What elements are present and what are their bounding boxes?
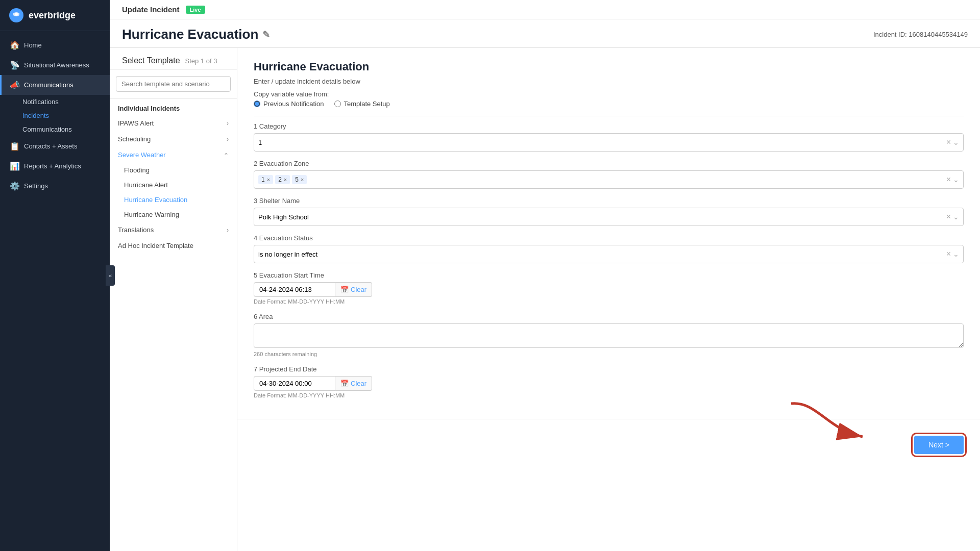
flooding-label: Flooding	[124, 166, 150, 174]
edit-title-icon[interactable]: ✎	[262, 29, 270, 40]
tree-sub-flooding[interactable]: Flooding	[110, 163, 237, 178]
search-input[interactable]	[116, 76, 231, 92]
evacuation-zone-label: 2 Evacuation Zone	[254, 160, 964, 167]
sidebar-item-situational-awareness[interactable]: 📡 Situational Awareness	[0, 55, 110, 75]
tree-item-ad-hoc[interactable]: Ad Hoc Incident Template	[110, 238, 237, 254]
sidebar-sub-incidents[interactable]: Incidents	[0, 109, 110, 122]
main-content: Update Incident Live Hurricane Evacuatio…	[110, 0, 980, 551]
area-label: 6 Area	[254, 313, 964, 320]
svg-point-1	[15, 13, 18, 16]
live-badge: Live	[186, 6, 205, 14]
evacuation-start-time-input[interactable]	[254, 282, 335, 297]
tree-sub-hurricane-warning[interactable]: Hurricane Warning	[110, 207, 237, 222]
evacuation-start-time-format: Date Format: MM-DD-YYYY HH:MM	[254, 298, 964, 305]
sidebar-item-communications[interactable]: 📣 Communications	[0, 75, 110, 95]
projected-end-date-input[interactable]	[254, 376, 335, 391]
evacuation-status-input[interactable]	[258, 248, 944, 260]
copy-var-row: Copy variable value from:	[254, 90, 964, 98]
sidebar-item-contacts-assets[interactable]: 📋 Contacts + Assets	[0, 136, 110, 156]
tree-sub-hurricane-alert[interactable]: Hurricane Alert	[110, 178, 237, 192]
evacuation-start-time-clear[interactable]: 📅 Clear	[335, 282, 372, 297]
shelter-name-control[interactable]: × ⌄	[254, 208, 964, 226]
tree-item-translations[interactable]: Translations ›	[110, 222, 237, 238]
sidebar-collapse-button[interactable]: «	[106, 265, 115, 286]
sidebar-sub-notifications[interactable]: Notifications	[0, 95, 110, 109]
tree-sub-hurricane-evacuation[interactable]: Hurricane Evacuation	[110, 192, 237, 207]
tag-1-remove[interactable]: ×	[267, 177, 270, 183]
sidebar-sub-communications[interactable]: Communications	[0, 122, 110, 136]
chevron-right-icon: ›	[227, 136, 229, 143]
shelter-dropdown-icon[interactable]: ⌄	[953, 213, 959, 221]
tree-item-severe-weather[interactable]: Severe Weather ⌄	[110, 147, 237, 163]
radio-previous-input[interactable]	[254, 101, 260, 107]
tag-2-remove[interactable]: ×	[284, 177, 287, 183]
form-section: Hurricane Evacuation Enter / update inci…	[237, 48, 980, 419]
radio-previous-notification[interactable]: Previous Notification	[254, 100, 324, 108]
field-shelter-name: 3 Shelter Name × ⌄	[254, 197, 964, 226]
everbridge-logo-icon	[8, 7, 24, 23]
next-button[interactable]: Next >	[914, 436, 964, 454]
content-area: Select Template Step 1 of 3 Individual I…	[110, 48, 980, 551]
shelter-name-input[interactable]	[258, 211, 944, 223]
radio-template-setup[interactable]: Template Setup	[334, 100, 390, 108]
settings-icon: ⚙️	[10, 181, 19, 191]
sidebar-item-home[interactable]: 🏠 Home	[0, 35, 110, 55]
page-title-text: Hurricane Evacuation	[122, 27, 258, 42]
hurricane-alert-label: Hurricane Alert	[124, 181, 168, 189]
form-title: Hurricane Evacuation	[254, 60, 964, 73]
category-input[interactable]	[258, 137, 944, 148]
chevron-right-icon: ›	[227, 120, 229, 127]
evacuation-status-label: 4 Evacuation Status	[254, 234, 964, 242]
radio-template-input[interactable]	[334, 101, 341, 107]
page-title: Hurricane Evacuation ✎	[122, 27, 270, 42]
step-number: Step 1 of 3	[185, 57, 217, 65]
sidebar-item-home-label: Home	[24, 41, 42, 49]
hurricane-evacuation-label: Hurricane Evacuation	[124, 196, 187, 204]
field-category: 1 Category × ⌄	[254, 122, 964, 152]
sidebar-item-reports-analytics[interactable]: 📊 Reports + Analytics	[0, 156, 110, 176]
sidebar-item-communications-label: Communications	[24, 81, 74, 89]
tag-5-remove[interactable]: ×	[301, 177, 304, 183]
logo-text: everbridge	[29, 10, 76, 21]
status-dropdown-icon[interactable]: ⌄	[953, 250, 959, 258]
projected-end-date-label: 7 Projected End Date	[254, 365, 964, 373]
shelter-clear-icon[interactable]: ×	[946, 212, 951, 221]
chevron-right-icon: ›	[227, 227, 229, 234]
form-subtitle: Enter / update incident details below	[254, 78, 964, 85]
sidebar-item-situational-awareness-label: Situational Awareness	[24, 61, 89, 69]
category-dropdown-icon[interactable]: ⌄	[953, 138, 959, 146]
step-header: Select Template Step 1 of 3	[110, 48, 237, 70]
evacuation-start-time-label: 5 Evacuation Start Time	[254, 271, 964, 279]
field-area: 6 Area 260 characters remaining	[254, 313, 964, 357]
incident-id: Incident ID: 1608140445534149	[873, 31, 968, 38]
status-clear-icon[interactable]: ×	[946, 249, 951, 259]
area-textarea[interactable]	[254, 323, 964, 348]
clear-label-2: Clear	[351, 380, 366, 387]
situational-awareness-icon: 📡	[10, 60, 19, 70]
tree-item-scheduling[interactable]: Scheduling ›	[110, 131, 237, 147]
projected-end-date-format: Date Format: MM-DD-YYYY HH:MM	[254, 392, 964, 398]
sidebar-item-settings-label: Settings	[24, 182, 48, 190]
field-evacuation-status: 4 Evacuation Status × ⌄	[254, 234, 964, 263]
notifications-label: Notifications	[22, 98, 59, 106]
communications-icon: 📣	[10, 80, 19, 90]
translations-label: Translations	[118, 226, 154, 234]
projected-end-date-clear[interactable]: 📅 Clear	[335, 376, 372, 391]
topbar: Update Incident Live	[110, 0, 980, 19]
section-title: Individual Incidents	[110, 98, 237, 115]
category-clear-icon[interactable]: ×	[946, 138, 951, 147]
chevron-down-icon: ⌄	[224, 152, 229, 159]
hurricane-warning-label: Hurricane Warning	[124, 211, 179, 218]
evacuation-zone-control[interactable]: 1 × 2 × 5 × × ⌄	[254, 170, 964, 189]
severe-weather-label: Severe Weather	[118, 151, 166, 159]
page-header: Hurricane Evacuation ✎ Incident ID: 1608…	[110, 19, 980, 48]
zone-clear-icon[interactable]: ×	[946, 175, 951, 184]
category-control[interactable]: × ⌄	[254, 133, 964, 152]
bottom-bar: Next >	[237, 419, 980, 470]
evacuation-status-control[interactable]: × ⌄	[254, 245, 964, 263]
category-label: 1 Category	[254, 122, 964, 130]
zone-dropdown-icon[interactable]: ⌄	[953, 176, 959, 184]
tree-item-ipaws-alert[interactable]: IPAWS Alert ›	[110, 115, 237, 131]
field-evacuation-zone: 2 Evacuation Zone 1 × 2 × 5 × × ⌄	[254, 160, 964, 189]
sidebar-item-settings[interactable]: ⚙️ Settings	[0, 176, 110, 196]
